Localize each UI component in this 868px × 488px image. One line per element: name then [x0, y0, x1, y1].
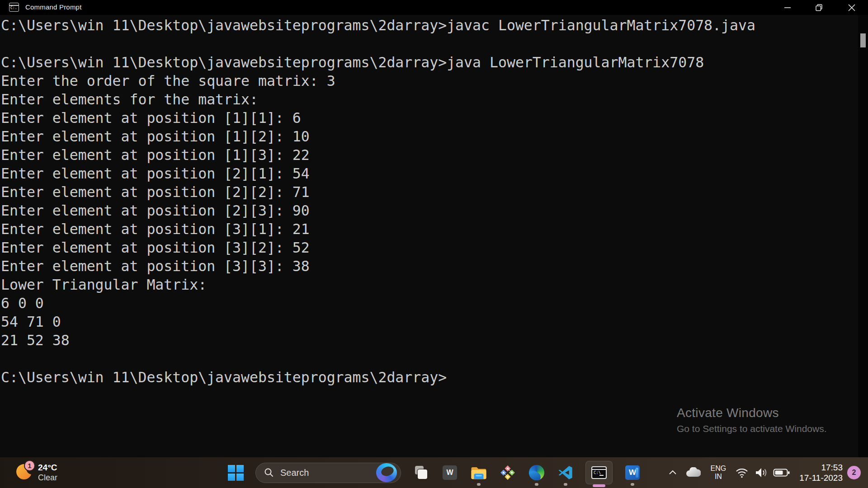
file-explorer-icon — [471, 466, 487, 479]
weather-temperature: 24°C — [38, 463, 57, 473]
tray-time: 17:53 — [799, 462, 843, 473]
windows-logo-icon — [228, 465, 244, 481]
command-prompt-taskbar-icon: C:\ — [591, 466, 607, 479]
screen: C:. Command Prompt C:\Users\win 11\Deskt… — [0, 0, 868, 488]
command-prompt-icon: C:. — [9, 3, 19, 12]
taskbar: 1 24°C Clear Search — [0, 457, 868, 488]
window-title: Command Prompt — [25, 3, 82, 11]
battery-icon — [773, 468, 790, 478]
w-app-icon: W — [443, 465, 457, 480]
watermark-subtitle: Go to Settings to activate Windows. — [677, 423, 827, 434]
language-indicator[interactable]: ENG IN — [711, 465, 726, 481]
taskbar-item-word[interactable]: W — [623, 464, 642, 482]
wifi-button[interactable] — [735, 467, 749, 478]
taskbar-item-command-prompt[interactable]: C:\ — [585, 461, 613, 484]
weather-condition: Clear — [38, 473, 57, 483]
taskbar-item-vscode[interactable] — [557, 464, 575, 482]
weather-widget[interactable]: 1 24°C Clear — [10, 457, 62, 488]
tray-chevron-button[interactable] — [667, 468, 678, 477]
onedrive-cloud-icon — [685, 467, 701, 478]
vscode-icon — [558, 465, 573, 480]
taskbar-center: Search W — [226, 457, 642, 488]
taskbar-item-diamond-app[interactable] — [499, 464, 517, 482]
watermark-title: Activate Windows — [677, 406, 827, 420]
window-titlebar[interactable]: C:. Command Prompt — [0, 0, 868, 15]
running-indicator — [477, 483, 481, 486]
speaker-icon — [754, 467, 768, 479]
taskbar-item-file-explorer[interactable] — [470, 464, 488, 482]
running-indicator — [535, 483, 538, 486]
scrollbar-thumb[interactable] — [860, 33, 866, 47]
activate-windows-watermark: Activate Windows Go to Settings to activ… — [677, 406, 827, 434]
start-button[interactable] — [226, 464, 245, 482]
running-indicator — [631, 483, 634, 486]
close-icon[interactable] — [846, 2, 857, 13]
copilot-icon[interactable] — [376, 463, 397, 482]
word-icon: W — [625, 465, 640, 480]
clock[interactable]: 17:53 17-11-2023 — [799, 462, 843, 483]
taskbar-item-w-app[interactable]: W — [441, 464, 459, 482]
active-indicator — [593, 484, 605, 487]
minimize-button[interactable] — [782, 2, 793, 13]
scrollbar-track[interactable] — [858, 15, 868, 457]
system-tray: ENG IN — [664, 457, 861, 488]
restore-button[interactable] — [814, 2, 825, 13]
taskbar-item-edge[interactable] — [528, 464, 546, 482]
search-icon — [264, 468, 274, 478]
weather-alert-badge: 1 — [24, 460, 35, 471]
tray-date: 17-11-2023 — [799, 473, 843, 483]
running-indicator — [564, 483, 567, 486]
search-placeholder: Search — [280, 468, 370, 478]
search-input[interactable]: Search — [255, 463, 401, 483]
volume-button[interactable] — [754, 467, 768, 479]
notification-badge[interactable]: 2 — [847, 466, 861, 479]
terminal-window[interactable]: C:\Users\win 11\Desktop\javawebsiteprogr… — [0, 15, 858, 457]
diamond-app-icon — [500, 465, 515, 480]
task-view-button[interactable] — [412, 464, 430, 482]
wifi-icon — [735, 467, 749, 478]
onedrive-tray-button[interactable] — [685, 467, 701, 478]
battery-button[interactable] — [773, 468, 790, 478]
terminal-output: C:\Users\win 11\Desktop\javawebsiteprogr… — [1, 16, 755, 387]
edge-browser-icon — [529, 465, 544, 480]
chevron-up-icon — [667, 468, 678, 477]
